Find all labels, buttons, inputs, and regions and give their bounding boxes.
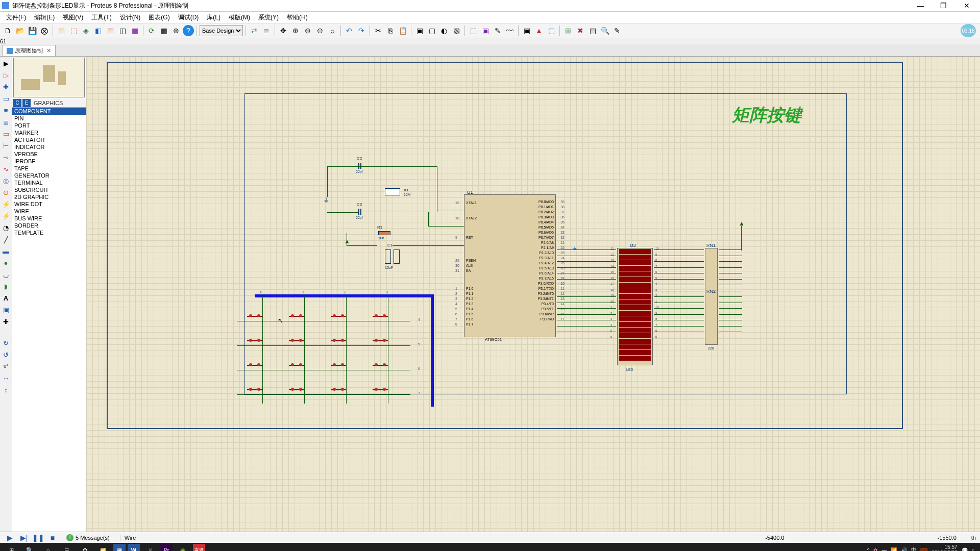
wifi-icon[interactable]: 📶 bbox=[891, 547, 897, 552]
circle-2d-icon[interactable]: ● bbox=[1, 257, 12, 268]
pin-tool-icon[interactable]: ⊸ bbox=[1, 152, 12, 163]
wire-tool-icon[interactable]: 〰 bbox=[504, 25, 516, 36]
search-taskbar-icon[interactable]: 🔍 bbox=[21, 544, 38, 551]
menu-graph[interactable]: 图表(G) bbox=[144, 12, 174, 23]
object-list[interactable]: COMPONENTPINPORTMARKERACTUATORINDICATORV… bbox=[12, 108, 86, 532]
overview-preview[interactable] bbox=[13, 58, 85, 97]
junction-tool-icon[interactable]: ✚ bbox=[1, 81, 12, 92]
schematic-canvas[interactable]: 矩阵按键 C2 22pf X1 12M C3 22pf R1 10k C1 10… bbox=[86, 57, 980, 532]
block-copy-icon[interactable]: ▣ bbox=[414, 25, 425, 36]
zoom-in-icon[interactable]: ⊕ bbox=[290, 25, 301, 36]
bus-wire[interactable] bbox=[255, 294, 433, 297]
terminal-tool-icon[interactable]: ⊢ bbox=[1, 140, 12, 151]
new-icon[interactable]: 🗋 bbox=[2, 25, 13, 36]
toggle-2-icon[interactable]: ▲ bbox=[533, 25, 545, 36]
volume-icon[interactable]: 🔊 bbox=[901, 547, 907, 552]
calculator-icon[interactable]: ▦ bbox=[113, 544, 126, 551]
x1-component[interactable] bbox=[385, 188, 400, 195]
app-6-icon[interactable]: 有道 bbox=[193, 544, 205, 551]
notification-badge[interactable]: 61 bbox=[0, 38, 980, 44]
list-item[interactable]: INDICATOR bbox=[12, 143, 86, 151]
rotate-cw-icon[interactable]: ↻ bbox=[1, 337, 12, 348]
list-item[interactable]: BORDER bbox=[12, 222, 86, 229]
list-item[interactable]: COMPONENT bbox=[12, 108, 86, 115]
save-icon[interactable]: 💾 bbox=[27, 25, 38, 36]
list-item[interactable]: TAPE bbox=[12, 165, 86, 172]
message-indicator[interactable]: i 5 Message(s) bbox=[66, 534, 110, 541]
battery-icon[interactable]: ▬ bbox=[881, 547, 887, 552]
refresh-icon[interactable]: ⟳ bbox=[146, 25, 157, 36]
list-mode-e-icon[interactable]: E bbox=[22, 99, 31, 107]
ime-app-icon[interactable]: ⌨ bbox=[920, 547, 927, 552]
package-icon[interactable]: ▣ bbox=[480, 25, 491, 36]
generator-tool-icon[interactable]: ⊙ bbox=[1, 187, 12, 198]
toggle-1-icon[interactable]: ▣ bbox=[521, 25, 532, 36]
r1-component[interactable] bbox=[378, 231, 390, 235]
block-rotate-icon[interactable]: ◐ bbox=[438, 25, 450, 36]
line-2d-icon[interactable]: ╱ bbox=[1, 234, 12, 245]
tab-close-icon[interactable]: ✕ bbox=[46, 47, 51, 54]
arc-2d-icon[interactable]: ◡ bbox=[1, 269, 12, 280]
list-item[interactable]: PIN bbox=[12, 115, 86, 122]
toggle-3-icon[interactable]: ▢ bbox=[546, 25, 557, 36]
app-1-icon[interactable]: ✿ bbox=[77, 544, 93, 551]
instrument-icon[interactable]: ◔ bbox=[1, 222, 12, 233]
explorer-icon[interactable]: 📁 bbox=[95, 544, 111, 551]
box-2d-icon[interactable]: ▬ bbox=[1, 245, 12, 257]
block-delete-icon[interactable]: ▧ bbox=[451, 25, 462, 36]
stop-button[interactable]: ■ bbox=[47, 533, 58, 542]
tab-schematic[interactable]: 原理图绘制 ✕ bbox=[2, 45, 56, 56]
menu-edit[interactable]: 编辑(E) bbox=[30, 12, 59, 23]
menu-tool[interactable]: 工具(T) bbox=[87, 12, 115, 23]
pcb-icon[interactable]: ◈ bbox=[80, 25, 91, 36]
maximize-button[interactable]: ❐ bbox=[932, 0, 955, 11]
list-item[interactable]: PORT bbox=[12, 122, 86, 129]
close-button[interactable]: ✕ bbox=[955, 0, 978, 11]
decompose-icon[interactable]: ✎ bbox=[492, 25, 503, 36]
list-mode-c-icon[interactable]: C bbox=[13, 99, 21, 107]
text-script-icon[interactable]: ≡ bbox=[1, 105, 12, 116]
bus-wire[interactable] bbox=[431, 294, 434, 407]
marker-2d-icon[interactable]: ✚ bbox=[1, 316, 12, 327]
paste-icon[interactable]: 📋 bbox=[397, 25, 408, 36]
app-5-icon[interactable]: ◉ bbox=[175, 544, 191, 551]
subcircuit-tool-icon[interactable]: ▭ bbox=[1, 128, 12, 139]
list-item[interactable]: TEMPLATE bbox=[12, 229, 86, 236]
vsm-icon[interactable]: ◫ bbox=[117, 25, 128, 36]
menu-design[interactable]: 设计(N) bbox=[116, 12, 145, 23]
text-2d-icon[interactable]: A bbox=[1, 292, 12, 304]
component-tool-icon[interactable]: ▷ bbox=[1, 69, 12, 81]
play-button[interactable]: ▶ bbox=[4, 533, 15, 542]
pause-button[interactable]: ❚❚ bbox=[33, 533, 44, 542]
zoom-fit-icon[interactable]: ⊙ bbox=[314, 25, 326, 36]
transfer-icon[interactable]: ⇄ bbox=[249, 25, 260, 36]
menu-template[interactable]: 模版(M) bbox=[225, 12, 254, 23]
rotate-ccw-icon[interactable]: ↺ bbox=[1, 349, 12, 360]
start-button[interactable]: ⊞ bbox=[3, 544, 19, 551]
c2-component[interactable] bbox=[358, 163, 361, 169]
cortana-icon[interactable]: ○ bbox=[40, 544, 56, 551]
flip-v-icon[interactable]: ↕ bbox=[1, 384, 12, 395]
menu-library[interactable]: 库(L) bbox=[203, 12, 225, 23]
list-item[interactable]: MARKER bbox=[12, 129, 86, 136]
premiere-icon[interactable]: Pr bbox=[160, 544, 173, 551]
close-project-icon[interactable]: ⨂ bbox=[39, 25, 50, 36]
board-icon[interactable]: ▦ bbox=[56, 25, 67, 36]
list-item[interactable]: WIRE DOT bbox=[12, 201, 86, 208]
tray-app-icon[interactable]: ✿ bbox=[873, 547, 877, 552]
copy-icon[interactable]: ⎘ bbox=[385, 25, 396, 36]
help-icon[interactable]: ? bbox=[183, 25, 194, 36]
zoom-out-icon[interactable]: ⊖ bbox=[302, 25, 313, 36]
taskview-icon[interactable]: ⊟ bbox=[58, 544, 75, 551]
diff-icon[interactable]: ≣ bbox=[261, 25, 272, 36]
menu-file[interactable]: 文件(F) bbox=[2, 12, 30, 23]
pick-icon[interactable]: ⬚ bbox=[468, 25, 479, 36]
graph-tool-icon[interactable]: ∿ bbox=[1, 163, 12, 174]
menu-system[interactable]: 系统(Y) bbox=[254, 12, 283, 23]
probe-i-icon[interactable]: ⚡ bbox=[1, 210, 12, 221]
rn1-resnet[interactable] bbox=[705, 248, 718, 345]
list-item[interactable]: 2D GRAPHIC bbox=[12, 193, 86, 201]
list-item[interactable]: VPROBE bbox=[12, 151, 86, 158]
notification-center-icon[interactable]: 💬 bbox=[962, 547, 968, 552]
ime-indicator[interactable]: 中 bbox=[911, 546, 916, 551]
